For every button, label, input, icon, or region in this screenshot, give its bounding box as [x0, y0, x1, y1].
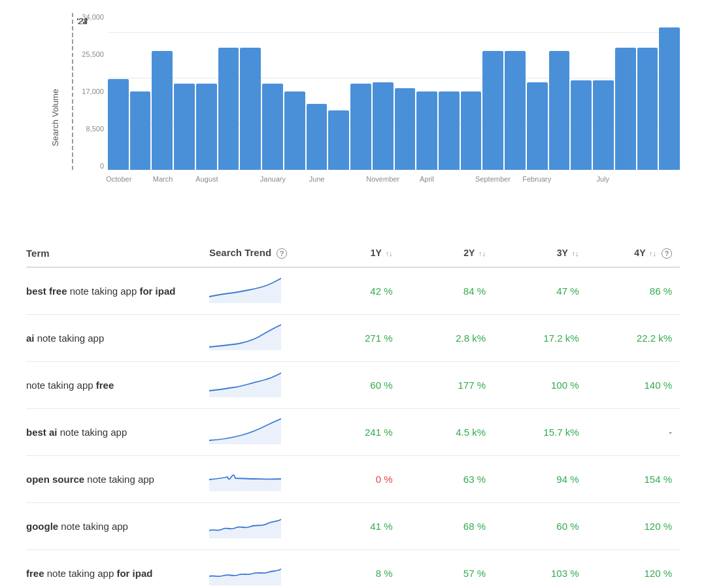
bar-group-18 [505, 13, 526, 170]
bar-group-1 [130, 13, 151, 170]
bar-19 [527, 82, 548, 170]
bar-group-16 [461, 13, 482, 170]
bar-group-20 [549, 13, 570, 170]
table-row: best free note taking app for ipad 42 %8… [26, 267, 680, 315]
4y-help-icon[interactable]: ? [662, 248, 672, 259]
y1-cell-0: 42 % [307, 267, 401, 315]
trend-cell-4 [209, 456, 307, 503]
table-row: best ai note taking app 241 %4.5 k%15.7 … [26, 409, 680, 456]
year-marker-'24: '24 [72, 13, 73, 170]
table-row: free note taking app for ipad 8 %57 %103… [26, 550, 680, 589]
term-cell-3: best ai note taking app [26, 409, 209, 456]
y3-cell-6: 103 % [494, 550, 587, 589]
term-cell-6: free note taking app for ipad [26, 550, 209, 589]
x-label-january: January [260, 175, 286, 183]
bar-0 [108, 79, 129, 170]
trend-cell-6 [209, 550, 307, 589]
table-row: google note taking app 41 %68 %60 %120 % [26, 503, 680, 550]
term-cell-4: open source note taking app [26, 456, 209, 503]
y2-cell-2: 177 % [401, 362, 494, 409]
trend-cell-5 [209, 503, 307, 550]
bar-15 [439, 91, 460, 170]
bar-8 [284, 91, 305, 170]
y2-cell-0: 84 % [401, 267, 494, 315]
bar-21 [571, 80, 592, 170]
y4-cell-3: - [587, 409, 681, 456]
keywords-table: Term Search Trend ? 1Y ↑↓ 2Y ↑↓ 3Y ↑↓ [26, 242, 680, 588]
col-trend: Search Trend ? [209, 242, 307, 267]
bar-23 [615, 48, 636, 170]
y1-cell-1: 271 % [307, 315, 401, 362]
trend-help-icon[interactable]: ? [277, 248, 287, 259]
bar-group-12 [373, 13, 394, 170]
y-tick-25500: 25,500 [82, 50, 104, 58]
bar-group-17 [482, 13, 503, 170]
y4-cell-6: 120 % [587, 550, 681, 589]
y-tick-17000: 17,000 [82, 88, 104, 95]
y4-cell-2: 140 % [587, 362, 681, 409]
sort-4y-icon: ↑↓ [649, 250, 656, 257]
x-label-august: August [195, 175, 218, 183]
bar-group-7 [262, 13, 283, 170]
y3-cell-2: 100 % [494, 362, 587, 409]
bar-group-19 [527, 13, 548, 170]
sparkline-3 [209, 418, 281, 446]
y1-cell-5: 41 % [307, 503, 401, 550]
y-tick-8500: 8,500 [86, 125, 104, 133]
col-3y[interactable]: 3Y ↑↓ [494, 242, 587, 267]
sparkline-1 [209, 324, 281, 352]
y1-cell-2: 60 % [307, 362, 401, 409]
bar-group-25 [659, 13, 680, 170]
bar-group-3 [174, 13, 195, 170]
y4-cell-5: 120 % [587, 503, 681, 550]
x-label-september: September [475, 175, 511, 183]
year-label-'24: '24 [76, 16, 88, 26]
y3-cell-1: 17.2 k% [494, 315, 587, 362]
term-cell-0: best free note taking app for ipad [26, 267, 209, 315]
bar-group-22 [593, 13, 614, 170]
col-term: Term [26, 242, 209, 267]
col-2y[interactable]: 2Y ↑↓ [401, 242, 494, 267]
bar-group-4 [196, 13, 217, 170]
y1-cell-6: 8 % [307, 550, 401, 589]
bar-group-0 [108, 13, 129, 170]
y4-cell-0: 86 % [587, 267, 681, 315]
y3-cell-0: 47 % [494, 267, 587, 315]
trend-cell-1 [209, 315, 307, 362]
trend-cell-0 [209, 267, 307, 315]
term-cell-1: ai note taking app [26, 315, 209, 362]
y3-cell-4: 94 % [494, 456, 587, 503]
bar-group-8 [284, 13, 305, 170]
bar-24 [637, 48, 658, 170]
x-label-june: June [309, 175, 325, 183]
y-tick-0: 0 [100, 162, 104, 170]
x-label-april: April [420, 175, 434, 183]
bar-9 [307, 104, 328, 170]
bar-18 [505, 51, 526, 170]
bar-group-10 [328, 13, 349, 170]
sparkline-6 [209, 559, 281, 587]
bars-container [108, 13, 680, 170]
bar-2 [152, 51, 173, 170]
col-4y[interactable]: 4Y ↑↓ ? [587, 242, 681, 267]
sort-3y-icon: ↑↓ [572, 250, 579, 257]
y1-cell-3: 241 % [307, 409, 401, 456]
search-volume-chart: Search Volume 34,000 25,500 17,000 8,500… [26, 13, 680, 222]
y4-cell-4: 154 % [587, 456, 681, 503]
col-1y[interactable]: 1Y ↑↓ [307, 242, 401, 267]
y2-cell-5: 68 % [401, 503, 494, 550]
bar-group-14 [416, 13, 437, 170]
x-labels: OctoberMarchAugustJanuaryJuneNovemberApr… [108, 170, 680, 196]
bar-group-23 [615, 13, 636, 170]
bar-22 [593, 80, 614, 170]
sparkline-0 [209, 277, 281, 305]
bar-11 [350, 84, 371, 170]
bar-group-11 [350, 13, 371, 170]
term-cell-2: note taking app free [26, 362, 209, 409]
table-row: note taking app free 60 %177 %100 %140 % [26, 362, 680, 409]
y3-cell-5: 60 % [494, 503, 587, 550]
y2-cell-1: 2.8 k% [401, 315, 494, 362]
bar-group-21 [571, 13, 592, 170]
bar-13 [395, 88, 416, 170]
bar-group-5 [218, 13, 239, 170]
